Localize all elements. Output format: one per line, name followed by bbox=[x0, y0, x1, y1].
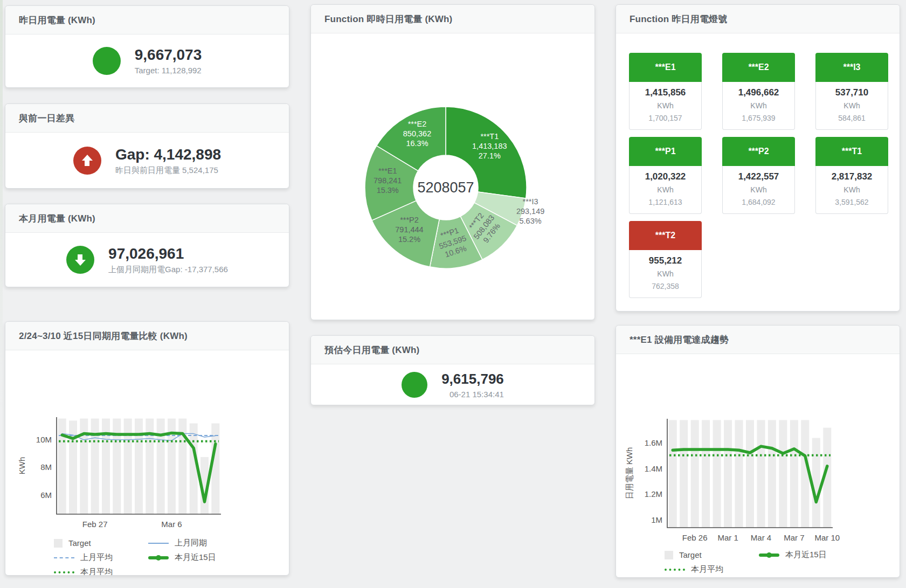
tile-target-value: 3,591,562 bbox=[816, 196, 888, 209]
arrow-up-icon bbox=[82, 155, 93, 166]
tile-target-value: 1,121,613 bbox=[630, 196, 701, 209]
gap-value: Gap: 4,142,898 bbox=[115, 145, 221, 164]
y-tick-label: 8M bbox=[40, 462, 52, 472]
panel-title: 預估今日用電量 (KWh) bbox=[324, 344, 419, 356]
legend-item[interactable]: Target bbox=[54, 536, 148, 550]
light-tile: ***I3537,710KWh584,861 bbox=[815, 53, 888, 130]
panel-header: 與前一日差異 bbox=[5, 104, 289, 133]
y-axis-label: 日用電量 KWh bbox=[625, 447, 634, 500]
tile-status-header: ***T2 bbox=[629, 221, 702, 250]
x-tick-label: Mar 4 bbox=[751, 533, 771, 542]
legend-label: 本月近15日 bbox=[785, 550, 827, 560]
compare-chart[interactable]: 6M8M10MFeb 27Mar 6KWh bbox=[5, 350, 289, 534]
panel-e1-trend: ***E1 設備用電達成趨勢 1M1.2M1.4M1.6MFeb 26Mar 1… bbox=[615, 325, 900, 578]
panel-header: Function 即時日用電量 (KWh) bbox=[311, 5, 594, 33]
target-bar bbox=[746, 420, 754, 528]
panel-title: 2/24~3/10 近15日同期用電量比較 (KWh) bbox=[19, 330, 188, 342]
legend-item[interactable]: 本月近15日 bbox=[148, 551, 243, 564]
tile-status-header: ***T1 bbox=[815, 137, 888, 166]
tile-body: 1,496,662KWh1,675,939 bbox=[722, 82, 795, 130]
panel-today-estimate: 預估今日用電量 (KWh) 9,615,796 06-21 15:34:41 bbox=[310, 335, 595, 405]
target-bar bbox=[211, 424, 219, 515]
x-tick-label: Mar 10 bbox=[814, 533, 840, 542]
x-tick-label: Feb 27 bbox=[82, 520, 108, 529]
status-circle-icon bbox=[93, 47, 121, 75]
month-value: 97,026,961 bbox=[108, 244, 228, 264]
panel-header: Function 昨日用電燈號 bbox=[616, 5, 900, 33]
status-circle-icon bbox=[66, 246, 94, 274]
tile-value: 1,496,662 bbox=[723, 86, 794, 100]
legend-item[interactable]: 本月平均 bbox=[665, 563, 759, 576]
tile-value: 1,020,322 bbox=[630, 170, 701, 184]
legend-label: 上月同期 bbox=[175, 538, 207, 548]
legend-item[interactable]: 本月平均 bbox=[54, 565, 148, 576]
realtime-donut-chart[interactable]: ***T11,413,18327.1%***I3293,1495.63%***T… bbox=[311, 33, 594, 320]
tile-status-header: ***P1 bbox=[629, 137, 702, 166]
panel-header: 2/24~3/10 近15日同期用電量比較 (KWh) bbox=[5, 322, 289, 350]
tile-body: 537,710KWh584,861 bbox=[815, 82, 888, 130]
tile-target-value: 1,675,939 bbox=[723, 112, 794, 124]
legend-swatch-icon bbox=[54, 571, 74, 573]
panel-realtime-donut: Function 即時日用電量 (KWh) ***T11,413,18327.1… bbox=[310, 4, 595, 320]
target-bar bbox=[779, 420, 787, 528]
legend-item[interactable]: 上月平均 bbox=[54, 551, 148, 564]
legend-label: Target bbox=[68, 538, 91, 548]
legend-swatch-icon bbox=[54, 539, 63, 548]
tile-body: 2,817,832KWh3,591,562 bbox=[815, 166, 888, 214]
target-bar bbox=[702, 420, 710, 528]
tile-unit: KWh bbox=[723, 184, 794, 196]
tile-status-header: ***I3 bbox=[815, 53, 888, 82]
donut-center-total: 5208057 bbox=[417, 179, 474, 196]
light-tile: ***E11,415,856KWh1,700,157 bbox=[629, 53, 702, 130]
tile-unit: KWh bbox=[630, 268, 701, 280]
legend-item[interactable]: 本月近15日 bbox=[759, 548, 853, 562]
lights-grid: ***E11,415,856KWh1,700,157***E21,496,662… bbox=[616, 33, 900, 298]
status-circle-icon bbox=[402, 372, 427, 398]
target-bar bbox=[669, 420, 677, 528]
tile-value: 1,415,856 bbox=[630, 86, 701, 100]
dashboard: 昨日用電量 (KWh) 9,667,073 Target: 11,128,992… bbox=[0, 0, 906, 588]
target-bar bbox=[713, 420, 721, 528]
y-tick-label: 1.2M bbox=[645, 489, 662, 499]
legend-item[interactable]: 上月同期 bbox=[148, 536, 243, 550]
tile-status-header: ***E1 bbox=[629, 53, 702, 82]
target-bar bbox=[691, 420, 699, 528]
panel-15day-comparison: 2/24~3/10 近15日同期用電量比較 (KWh) 6M8M10MFeb 2… bbox=[5, 321, 289, 576]
tile-unit: KWh bbox=[630, 100, 701, 112]
y-tick-label: 1.6M bbox=[645, 438, 662, 447]
light-tile: ***P21,422,557KWh1,684,092 bbox=[722, 137, 795, 214]
target-bar bbox=[812, 438, 820, 528]
panel-header: ***E1 設備用電達成趨勢 bbox=[616, 326, 900, 354]
light-tile: ***T2955,212KWh762,358 bbox=[629, 221, 702, 298]
tile-value: 955,212 bbox=[630, 254, 701, 268]
arrow-down-icon bbox=[75, 254, 86, 266]
tile-target-value: 584,861 bbox=[816, 112, 888, 124]
legend-item[interactable]: Target bbox=[665, 548, 759, 562]
legend-label: 上月平均 bbox=[80, 552, 113, 563]
y-tick-label: 6M bbox=[40, 490, 52, 500]
panel-day-gap: 與前一日差異 Gap: 4,142,898 昨日與前日用電量 5,524,175 bbox=[5, 103, 289, 189]
panel-title: Function 即時日用電量 (KWh) bbox=[324, 13, 452, 25]
tile-body: 1,020,322KWh1,121,613 bbox=[629, 166, 702, 214]
x-tick-label: Mar 6 bbox=[161, 520, 182, 529]
estimate-timestamp: 06-21 15:34:41 bbox=[441, 389, 504, 400]
panel-month-usage: 本月用電量 (KWh) 97,026,961 上個月同期用電Gap: -17,3… bbox=[5, 204, 289, 287]
tile-target-value: 1,684,092 bbox=[723, 196, 794, 209]
panel-title: ***E1 設備用電達成趨勢 bbox=[630, 334, 729, 346]
tile-status-header: ***P2 bbox=[722, 137, 795, 166]
light-tile: ***T12,817,832KWh3,591,562 bbox=[815, 137, 888, 214]
tile-body: 1,415,856KWh1,700,157 bbox=[629, 82, 702, 130]
legend-swatch-icon bbox=[759, 554, 779, 557]
panel-status-lights: Function 昨日用電燈號 ***E11,415,856KWh1,700,1… bbox=[615, 4, 900, 312]
legend-label: Target bbox=[679, 550, 702, 559]
panel-yesterday-usage: 昨日用電量 (KWh) 9,667,073 Target: 11,128,992 bbox=[5, 5, 289, 88]
target-bar bbox=[157, 419, 165, 514]
tile-unit: KWh bbox=[816, 184, 888, 196]
gap-subtitle: 昨日與前日用電量 5,524,175 bbox=[115, 164, 221, 176]
legend-swatch-icon bbox=[665, 551, 673, 559]
trend-chart[interactable]: 1M1.2M1.4M1.6MFeb 26Mar 1Mar 4Mar 7Mar 1… bbox=[616, 354, 900, 545]
target-bar bbox=[724, 420, 732, 528]
compare-chart-legend: Target上月同期上月平均本月近15日本月平均 bbox=[54, 536, 264, 576]
target-bar bbox=[735, 420, 743, 528]
tile-status-header: ***E2 bbox=[722, 53, 795, 82]
